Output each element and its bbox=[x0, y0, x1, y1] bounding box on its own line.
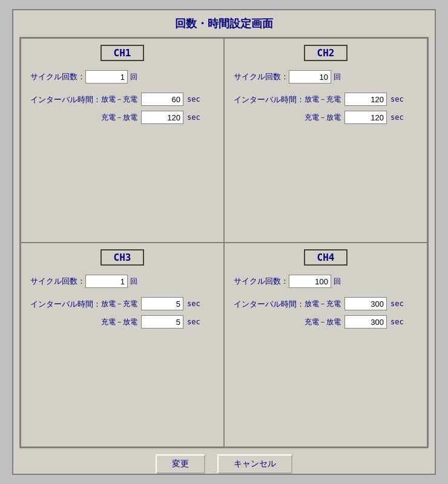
channel-title-ch1: CH1 bbox=[100, 45, 145, 61]
interval-inputs-ch2: 放電－充電 sec 充電－放電 sec bbox=[305, 93, 404, 124]
channel-title-ch4: CH4 bbox=[304, 249, 348, 266]
channel-panel-ch4: CH4 サイクル回数： 回 インターバル時間： 放電－充電 sec bbox=[224, 243, 427, 447]
discharge-charge-input-ch4[interactable] bbox=[344, 297, 387, 310]
interval-section-ch3: インターバル時間： 放電－充電 sec 充電－放電 sec bbox=[30, 297, 214, 329]
cd-sec-ch4: sec bbox=[390, 318, 404, 326]
discharge-charge-input-ch2[interactable] bbox=[344, 93, 387, 106]
cycle-unit-ch4: 回 bbox=[334, 276, 341, 287]
charge-discharge-label-ch2: 充電－放電 bbox=[305, 113, 341, 123]
channel-header-ch3: CH3 bbox=[30, 249, 214, 266]
cycle-row-ch3: サイクル回数： 回 bbox=[30, 275, 214, 288]
channel-header-ch1: CH1 bbox=[30, 45, 214, 61]
interval-inputs-ch1: 放電－充電 sec 充電－放電 sec bbox=[101, 93, 200, 124]
cycle-row-ch2: サイクル回数： 回 bbox=[234, 70, 418, 83]
channel-title-ch3: CH3 bbox=[100, 249, 145, 266]
discharge-charge-label-ch2: 放電－充電 bbox=[305, 94, 341, 105]
cycle-row-ch4: サイクル回数： 回 bbox=[234, 275, 418, 288]
main-window: 回数・時間設定画面 CH1 サイクル回数： 回 インターバル時間： 放電－充電 bbox=[12, 9, 436, 475]
channel-panel-ch3: CH3 サイクル回数： 回 インターバル時間： 放電－充電 sec bbox=[21, 243, 224, 447]
interval-section-ch1: インターバル時間： 放電－充電 sec 充電－放電 sec bbox=[30, 93, 214, 124]
cycle-input-ch1[interactable] bbox=[85, 70, 128, 83]
discharge-charge-input-ch3[interactable] bbox=[141, 297, 183, 310]
cycle-input-group-ch1: 回 bbox=[85, 70, 137, 83]
charge-discharge-row-ch4: 充電－放電 sec bbox=[305, 315, 404, 329]
channel-panel-ch2: CH2 サイクル回数： 回 インターバル時間： 放電－充電 sec bbox=[224, 38, 427, 243]
cd-sec-ch3: sec bbox=[187, 318, 200, 326]
cycle-label-ch2: サイクル回数： bbox=[234, 71, 289, 82]
dc-sec-ch2: sec bbox=[390, 95, 404, 103]
discharge-charge-input-ch1[interactable] bbox=[141, 93, 183, 106]
charge-discharge-label-ch3: 充電－放電 bbox=[101, 317, 137, 327]
cycle-unit-ch3: 回 bbox=[130, 276, 137, 287]
cycle-input-ch4[interactable] bbox=[289, 275, 331, 288]
cycle-label-ch4: サイクル回数： bbox=[234, 276, 289, 287]
cycle-label-ch3: サイクル回数： bbox=[30, 276, 85, 287]
footer: 変更 キャンセル bbox=[19, 454, 429, 474]
cycle-row-ch1: サイクル回数： 回 bbox=[30, 70, 214, 83]
charge-discharge-label-ch1: 充電－放電 bbox=[101, 113, 137, 123]
charge-discharge-row-ch2: 充電－放電 sec bbox=[305, 111, 404, 124]
cycle-input-group-ch4: 回 bbox=[289, 275, 341, 288]
interval-section-ch4: インターバル時間： 放電－充電 sec 充電－放電 sec bbox=[234, 297, 418, 329]
cd-sec-ch1: sec bbox=[187, 113, 200, 122]
cycle-input-ch3[interactable] bbox=[85, 275, 128, 288]
dc-sec-ch3: sec bbox=[187, 299, 200, 308]
discharge-charge-row-ch2: 放電－充電 sec bbox=[305, 93, 404, 106]
cycle-label-ch1: サイクル回数： bbox=[30, 71, 85, 82]
charge-discharge-input-ch1[interactable] bbox=[141, 111, 183, 124]
charge-discharge-input-ch4[interactable] bbox=[344, 315, 387, 329]
cycle-input-group-ch2: 回 bbox=[289, 70, 341, 83]
cycle-input-group-ch3: 回 bbox=[85, 275, 137, 288]
channel-title-ch2: CH2 bbox=[304, 45, 348, 61]
interval-inputs-ch3: 放電－充電 sec 充電－放電 sec bbox=[101, 297, 200, 329]
channel-panel-ch1: CH1 サイクル回数： 回 インターバル時間： 放電－充電 sec bbox=[21, 38, 224, 243]
interval-label-ch2: インターバル時間： bbox=[234, 93, 305, 105]
channel-header-ch2: CH2 bbox=[234, 45, 418, 61]
charge-discharge-input-ch2[interactable] bbox=[344, 111, 387, 124]
discharge-charge-label-ch1: 放電－充電 bbox=[101, 94, 137, 105]
charge-discharge-label-ch4: 充電－放電 bbox=[305, 317, 341, 327]
cancel-button[interactable]: キャンセル bbox=[217, 454, 292, 474]
discharge-charge-label-ch3: 放電－充電 bbox=[101, 299, 137, 309]
interval-label-ch1: インターバル時間： bbox=[30, 93, 101, 105]
channel-header-ch4: CH4 bbox=[234, 249, 418, 266]
page-title: 回数・時間設定画面 bbox=[19, 16, 429, 31]
discharge-charge-label-ch4: 放電－充電 bbox=[305, 299, 341, 309]
cycle-input-ch2[interactable] bbox=[289, 70, 331, 83]
discharge-charge-row-ch1: 放電－充電 sec bbox=[101, 93, 200, 106]
charge-discharge-input-ch3[interactable] bbox=[141, 315, 183, 329]
discharge-charge-row-ch4: 放電－充電 sec bbox=[305, 297, 404, 310]
dc-sec-ch4: sec bbox=[390, 299, 404, 308]
change-button[interactable]: 変更 bbox=[156, 454, 205, 474]
charge-discharge-row-ch1: 充電－放電 sec bbox=[101, 111, 200, 124]
cycle-unit-ch1: 回 bbox=[130, 72, 137, 82]
channels-grid: CH1 サイクル回数： 回 インターバル時間： 放電－充電 sec bbox=[19, 37, 429, 448]
discharge-charge-row-ch3: 放電－充電 sec bbox=[101, 297, 200, 310]
cycle-unit-ch2: 回 bbox=[334, 72, 341, 82]
dc-sec-ch1: sec bbox=[187, 95, 200, 103]
interval-label-ch3: インターバル時間： bbox=[30, 297, 101, 310]
interval-inputs-ch4: 放電－充電 sec 充電－放電 sec bbox=[305, 297, 404, 329]
charge-discharge-row-ch3: 充電－放電 sec bbox=[101, 315, 200, 329]
interval-label-ch4: インターバル時間： bbox=[234, 297, 305, 310]
cd-sec-ch2: sec bbox=[390, 113, 404, 122]
interval-section-ch2: インターバル時間： 放電－充電 sec 充電－放電 sec bbox=[234, 93, 418, 124]
